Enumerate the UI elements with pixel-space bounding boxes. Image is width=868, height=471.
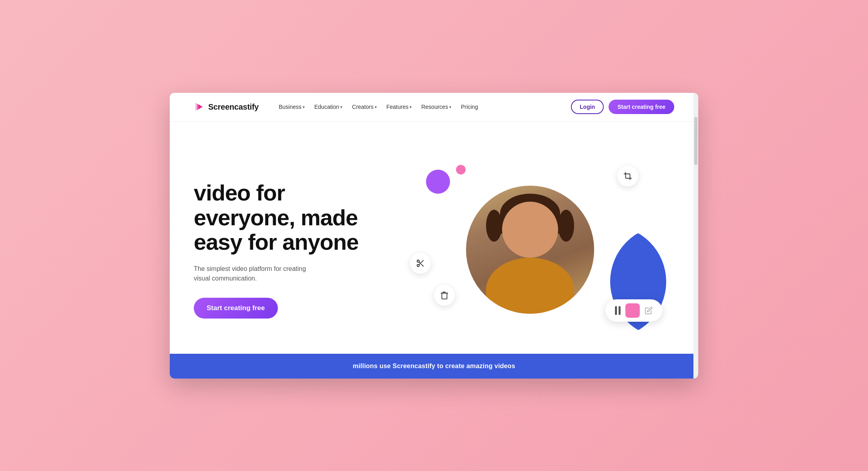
svg-line-6 <box>421 264 423 266</box>
chevron-down-icon: ▾ <box>449 105 451 109</box>
nav-label-features: Features <box>386 104 408 110</box>
nav-item-features[interactable]: Features ▾ <box>382 101 416 112</box>
nav-label-education: Education <box>314 104 339 110</box>
nav-links: Business ▾ Education ▾ Creators ▾ Featur… <box>275 101 571 112</box>
nav-actions: Login Start creating free <box>571 100 674 114</box>
purple-dot-decoration <box>426 170 450 194</box>
nav-item-business[interactable]: Business ▾ <box>275 101 309 112</box>
pause-button[interactable] <box>615 306 621 315</box>
person-hair-left <box>486 210 502 242</box>
login-button[interactable]: Login <box>571 100 604 114</box>
pause-bar-right <box>619 306 621 315</box>
person-body <box>486 258 574 314</box>
logo-text: Screencastify <box>208 102 259 112</box>
chevron-down-icon: ▾ <box>340 105 342 109</box>
hero-subtitle: The simplest video platform for creating… <box>194 264 322 283</box>
person-photo <box>466 186 594 314</box>
stop-button[interactable] <box>625 303 640 318</box>
person-face <box>502 202 558 258</box>
logo[interactable]: Screencastify <box>194 101 259 112</box>
nav-label-creators: Creators <box>352 104 374 110</box>
scrollbar[interactable] <box>693 93 698 379</box>
navbar: Screencastify Business ▾ Education ▾ Cre… <box>170 93 698 122</box>
trash-icon-button[interactable] <box>434 285 455 306</box>
chevron-down-icon: ▾ <box>410 105 412 109</box>
edit-button[interactable] <box>645 307 653 315</box>
hero-right <box>386 146 674 354</box>
hero-cta-button[interactable]: Start creating free <box>194 298 278 319</box>
nav-label-business: Business <box>279 104 301 110</box>
video-controls-bar <box>605 299 662 322</box>
social-proof-banner: millions use Screencastify to create ama… <box>170 354 698 379</box>
banner-text: millions use Screencastify to create ama… <box>353 363 515 369</box>
svg-marker-2 <box>199 104 202 109</box>
scissors-icon-button[interactable] <box>410 253 431 274</box>
nav-item-education[interactable]: Education ▾ <box>310 101 346 112</box>
nav-cta-button[interactable]: Start creating free <box>609 100 674 114</box>
pink-dot-decoration <box>456 165 466 174</box>
crop-icon-button[interactable] <box>617 166 638 186</box>
nav-label-resources: Resources <box>421 104 448 110</box>
photo-inner <box>466 186 594 314</box>
browser-window: Screencastify Business ▾ Education ▾ Cre… <box>170 93 698 379</box>
hero-title: video for everyone, made easy for anyone <box>194 180 386 255</box>
nav-item-resources[interactable]: Resources ▾ <box>417 101 455 112</box>
chevron-down-icon: ▾ <box>375 105 377 109</box>
logo-icon <box>194 101 205 112</box>
chevron-down-icon: ▾ <box>303 105 305 109</box>
hero-left: video for everyone, made easy for anyone… <box>194 180 386 319</box>
stop-icon <box>625 303 640 318</box>
pause-bar-left <box>615 306 617 315</box>
nav-item-creators[interactable]: Creators ▾ <box>348 101 381 112</box>
person-hair-right <box>558 210 574 242</box>
nav-item-pricing[interactable]: Pricing <box>457 101 482 112</box>
scrollbar-thumb <box>694 117 697 165</box>
nav-label-pricing: Pricing <box>461 104 478 110</box>
svg-line-7 <box>419 262 420 263</box>
hero-section: video for everyone, made easy for anyone… <box>170 122 698 354</box>
